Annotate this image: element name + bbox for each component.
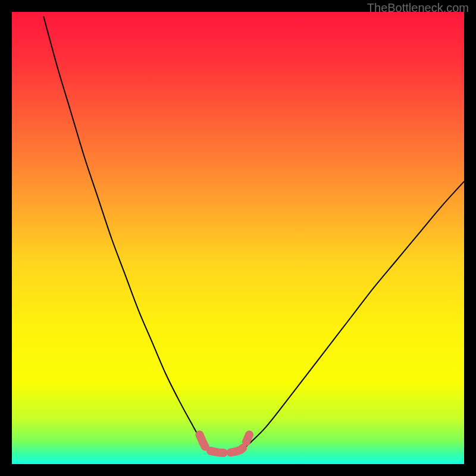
watermark-text: TheBottleneck.com bbox=[367, 1, 469, 15]
chart-container: TheBottleneck.com bbox=[0, 0, 476, 476]
gradient-background bbox=[12, 12, 464, 464]
plot-area bbox=[12, 12, 464, 464]
chart-svg bbox=[12, 12, 464, 464]
